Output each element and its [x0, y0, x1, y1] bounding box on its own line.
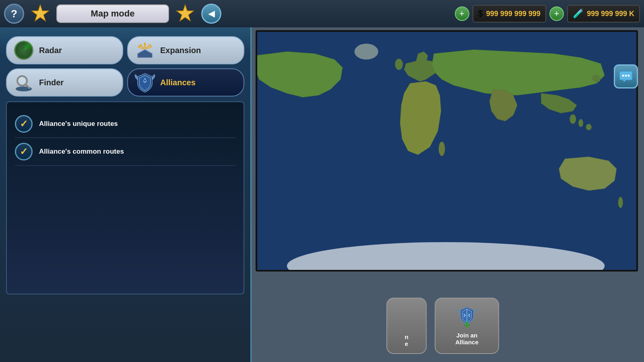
svg-point-21	[586, 124, 592, 130]
back-button[interactable]: ◀	[201, 4, 221, 24]
common-routes-checkbox[interactable]: ✓	[15, 143, 33, 160]
world-map-display	[256, 30, 638, 272]
currency-area: + $ 999 999 999 999 + 🧪 999 999 999 K	[455, 5, 640, 23]
join-alliance-button[interactable]: Join anAlliance	[435, 298, 499, 354]
money-value: 999 999 999 999	[486, 10, 541, 18]
help-label: ?	[11, 8, 17, 20]
left-panel: Radar	[0, 0, 252, 362]
svg-point-19	[570, 114, 576, 124]
radar-label: Radar	[39, 46, 62, 55]
trophy-right-decoration	[173, 3, 197, 25]
alliances-content-box: ✓ Alliance's unique routes ✓ Alliance's …	[6, 101, 244, 294]
map-continents-svg	[257, 32, 636, 270]
join-alliance-label: Join anAlliance	[455, 332, 479, 346]
finder-button[interactable]: Finder	[6, 68, 123, 97]
unique-routes-label: Alliance's unique routes	[39, 120, 118, 128]
research-value: 999 999 999 K	[587, 10, 634, 18]
svg-marker-1	[177, 5, 194, 21]
unique-routes-row[interactable]: ✓ Alliance's unique routes	[15, 110, 235, 138]
svg-point-22	[395, 59, 403, 70]
common-routes-label: Alliance's common routes	[39, 148, 124, 156]
top-bar: ? Map mode ◀ + $ 999 999 999 999 + 🧪 999…	[0, 0, 644, 27]
unique-routes-checkmark: ✓	[20, 118, 28, 130]
svg-point-23	[439, 142, 445, 156]
chat-button[interactable]	[614, 64, 638, 88]
money-icon: $	[478, 8, 483, 19]
research-icon: 🧪	[573, 8, 584, 19]
trophy-left-decoration	[28, 3, 52, 25]
back-icon: ◀	[208, 8, 215, 19]
common-routes-row[interactable]: ✓ Alliance's common routes	[15, 138, 235, 166]
help-button[interactable]: ?	[4, 4, 24, 24]
finder-label: Finder	[39, 78, 64, 87]
svg-marker-7	[149, 44, 151, 46]
finder-icon	[13, 72, 34, 93]
svg-point-28	[628, 75, 630, 77]
svg-point-18	[355, 44, 378, 60]
chat-icon	[619, 70, 633, 82]
expansion-icon	[134, 40, 155, 61]
money-display: $ 999 999 999 999	[473, 5, 546, 23]
svg-point-14	[19, 77, 26, 84]
partial-button[interactable]: ne	[386, 298, 427, 354]
svg-point-20	[578, 119, 583, 127]
radar-icon	[13, 40, 34, 61]
common-routes-checkmark: ✓	[20, 146, 28, 157]
add-research-button[interactable]: +	[549, 6, 564, 21]
svg-point-26	[622, 75, 624, 77]
svg-marker-0	[32, 5, 49, 21]
mode-grid: Radar	[6, 36, 244, 97]
bottom-area: ne Join anAlliance	[256, 294, 638, 358]
radar-button[interactable]: Radar	[6, 36, 123, 64]
research-display: 🧪 999 999 999 K	[567, 5, 640, 23]
svg-marker-3	[144, 42, 146, 45]
alliances-button[interactable]: Alliances	[127, 68, 244, 97]
expansion-label: Expansion	[160, 46, 201, 55]
partial-button-label: ne	[405, 333, 408, 353]
alliances-label: Alliances	[160, 78, 196, 87]
add-money-button[interactable]: +	[455, 6, 469, 21]
map-mode-title: Map mode	[56, 4, 169, 23]
unique-routes-checkbox[interactable]: ✓	[15, 115, 33, 133]
svg-point-27	[625, 75, 627, 77]
svg-point-24	[618, 197, 623, 208]
map-mode-title-text: Map mode	[91, 8, 135, 19]
expansion-button[interactable]: Expansion	[127, 36, 244, 64]
join-alliance-icon	[455, 306, 479, 329]
svg-rect-30	[466, 322, 468, 327]
alliances-icon	[134, 72, 155, 93]
